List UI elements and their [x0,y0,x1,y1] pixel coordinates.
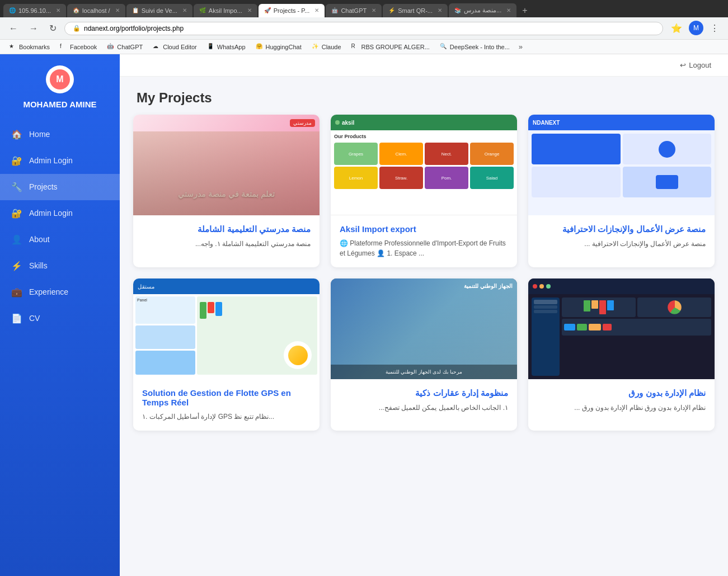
profile-name: MOHAMED AMINE [23,99,96,110]
card-title-immo: منظومة إدارة عقارات ذكية [340,388,508,398]
bookmark-favicon: ☁ [153,43,161,51]
card-title-paper: نظام الإدارة بدون ورق [537,388,706,398]
bookmark-favicon: 📱 [207,43,215,51]
card-content-immo: منظومة إدارة عقارات ذكية ١. الجانب الخاص… [331,379,517,422]
bookmarks-bar: ★BookmarksfFacebook🤖ChatGPT☁Cloud Editor… [0,40,728,54]
browser-tab-tab-4[interactable]: 🌿Aksil Impo...✕ [194,4,257,17]
sidebar-item-label: Admin Login [29,209,73,218]
sidebar-item-admin-login-2[interactable]: 🔐Admin Login [0,200,120,226]
bookmark-favicon: f [60,43,68,51]
bookmark-bookmarks[interactable]: ★Bookmarks [6,42,53,52]
sidebar-item-label: CV [29,314,40,323]
home-icon: 🏠 [11,129,22,140]
card-desc-aksil: 🌐 Plateforme Professionnelle d'Import-Ex… [340,238,508,258]
main-content: ↩ Logout My Projects مدرستي تعلم بمتعة ف… [120,54,728,576]
browser-tab-tab-2[interactable]: 🏠localhost /✕ [67,4,125,17]
card-content-paper: نظام الإدارة بدون ورق نظام الإدارة بدون … [528,379,715,422]
browser-nav: ← → ↻ 🔒 ⭐ M ⋮ [0,17,728,40]
back-button[interactable]: ← [6,21,21,36]
admin-login-2-icon: 🔐 [11,208,22,219]
bookmark-facebook[interactable]: fFacebook [57,42,100,52]
logout-label: Logout [689,61,711,69]
sidebar-item-admin-login-1[interactable]: 🔐Admin Login [0,148,120,174]
reload-button[interactable]: ↻ [46,21,60,36]
avatar: M [46,65,74,93]
bookmark-favicon: 🤗 [256,43,264,51]
sidebar-item-label: Home [29,130,50,139]
sidebar-item-experience[interactable]: 💼Experience [0,279,120,305]
browser-tab-tab-6[interactable]: 🤖ChatGPT✕ [326,4,382,17]
cv-icon: 📄 [11,313,22,324]
browser-tab-tab-8[interactable]: 📚منصة مدرس...✕ [449,3,516,17]
bookmark-favicon: 🔍 [440,43,448,51]
logout-icon: ↩ [680,61,686,69]
browser-tab-tab-3[interactable]: 📋Suivi de Ve...✕ [126,4,192,17]
address-bar: 🔒 [64,22,663,35]
main-header: ↩ Logout [120,54,728,77]
bookmark-rbs-groupe-alger...[interactable]: RRBS GROUPE ALGER... [348,42,433,52]
browser-tab-tab-7[interactable]: ⚡Smart QR-...✕ [383,4,448,17]
menu-button[interactable]: ⋮ [707,21,722,36]
project-card-immo[interactable]: الجهاز الوطني للتنمية مرحبا بك لدى الجها… [331,278,517,431]
project-card-ndanext[interactable]: NDANEXT منصة عرض الأعمال والإنجازات الاح… [528,115,715,267]
project-card-paper[interactable]: نظام الإدارة بدون ورق نظام الإدارة بدون … [528,278,715,431]
sidebar-profile: M MOHAMED AMINE [0,54,120,121]
card-image-ndanext: NDANEXT [528,115,715,215]
sidebar-item-label: About [29,235,50,244]
bookmark-whatsapp[interactable]: 📱WhatsApp [204,42,249,52]
card-desc-paper: نظام الإدارة بدون ورق نظام الإدارة بدون … [537,403,706,413]
card-image-paper [528,278,715,379]
sidebar-item-about[interactable]: 👤About [0,226,120,253]
nav-icons: ⭐ M ⋮ [668,21,722,36]
sidebar-item-skills[interactable]: ⚡Skills [0,253,120,279]
new-tab-button[interactable]: + [518,4,532,17]
sidebar-item-home[interactable]: 🏠Home [0,121,120,148]
project-card-aksil[interactable]: aksil Our Products Grapes Clem. Nect. Or… [331,115,517,267]
profile-button[interactable]: M [689,21,703,35]
card-title-aksil: Aksil Import export [340,224,508,234]
forward-button[interactable]: → [26,21,41,36]
sidebar-item-projects[interactable]: 🔧Projects [0,174,120,200]
logout-button[interactable]: ↩ Logout [680,61,711,69]
projects-icon: 🔧 [11,182,22,192]
card-content-ndanext: منصة عرض الأعمال والإنجازات الاحترافية م… [528,215,715,258]
bookmarks-more-button[interactable]: » [516,41,525,52]
bookmark-favicon: R [351,43,359,51]
bookmark-chatgpt[interactable]: 🤖ChatGPT [104,42,146,52]
sidebar-item-label: Projects [29,182,58,191]
admin-login-1-icon: 🔐 [11,155,22,166]
project-card-flotte[interactable]: مستقل Panel [133,278,320,431]
card-title-madrasati: منصة مدرستي التعليمية الشاملة [142,224,311,234]
app-body: M MOHAMED AMINE 🏠Home🔐Admin Login🔧Projec… [0,54,728,576]
card-image-madrasati: مدرستي تعلم بمتعة في منصة مدرستي [133,115,320,215]
project-card-madrasati[interactable]: مدرستي تعلم بمتعة في منصة مدرستي منصة مد… [133,115,320,267]
card-content-madrasati: منصة مدرستي التعليمية الشاملة منصة مدرست… [133,215,320,258]
sidebar: M MOHAMED AMINE 🏠Home🔐Admin Login🔧Projec… [0,54,120,576]
card-desc-ndanext: منصة عرض الأعمال والإنجازات الاحترافية .… [537,239,706,249]
card-desc-madrasati: منصة مدرستي التعليمية الشاملة ١. واجه... [142,239,311,249]
avatar-inner: M [50,69,70,89]
bookmark-huggingchat[interactable]: 🤗HuggingChat [252,42,305,52]
browser-chrome: 🌐105.96.10...✕🏠localhost /✕📋Suivi de Ve.… [0,0,728,54]
sidebar-item-label: Skills [29,261,48,270]
extensions-button[interactable]: ⭐ [668,21,685,36]
bookmark-claude[interactable]: ✨Claude [308,42,345,52]
card-image-flotte: مستقل Panel [133,278,320,379]
projects-grid: مدرستي تعلم بمتعة في منصة مدرستي منصة مد… [120,115,728,444]
browser-tab-tab-5[interactable]: 🚀Projects - P...✕ [259,4,325,17]
browser-tabs: 🌐105.96.10...✕🏠localhost /✕📋Suivi de Ve.… [0,0,728,17]
card-content-flotte: Solution de Gestion de Flotte GPS en Tem… [133,379,320,431]
bookmark-favicon: ✨ [312,43,320,51]
bookmark-cloud-editor[interactable]: ☁Cloud Editor [149,42,200,52]
sidebar-nav: 🏠Home🔐Admin Login🔧Projects🔐Admin Login👤A… [0,121,120,577]
sidebar-item-cv[interactable]: 📄CV [0,305,120,332]
about-icon: 👤 [11,234,22,245]
bookmark-favicon: ★ [9,43,17,51]
card-title-ndanext: منصة عرض الأعمال والإنجازات الاحترافية [537,224,706,234]
card-content-aksil: Aksil Import export 🌐 Plateforme Profess… [331,215,517,267]
sidebar-item-label: Experience [29,287,68,296]
url-input[interactable] [84,25,655,32]
bookmark-deepseek---into-the...[interactable]: 🔍DeepSeek - Into the... [436,42,513,52]
experience-icon: 💼 [11,287,22,298]
browser-tab-tab-1[interactable]: 🌐105.96.10...✕ [3,4,66,17]
